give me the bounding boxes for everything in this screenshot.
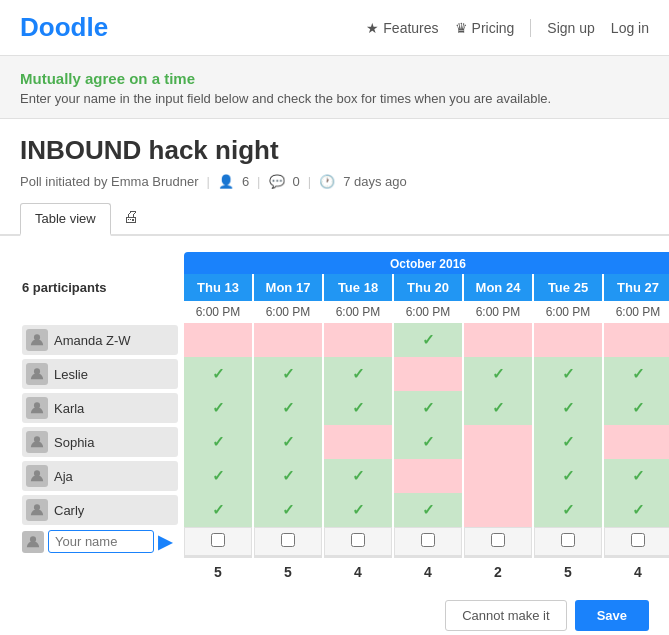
participant-row: Carly ✓✓✓✓✓✓ bbox=[22, 493, 669, 527]
login-nav-item[interactable]: Log in bbox=[611, 20, 649, 36]
your-name-cell: ▶ bbox=[22, 527, 182, 556]
features-nav-item[interactable]: ★ Features bbox=[366, 20, 438, 36]
schedule-cell: ✓ bbox=[324, 459, 392, 493]
schedule-cell bbox=[184, 323, 252, 357]
day-header-thu13: Thu 13 bbox=[184, 274, 252, 301]
time-empty bbox=[22, 301, 182, 323]
meta-sep-2: | bbox=[257, 174, 260, 189]
availability-checkbox[interactable] bbox=[561, 533, 575, 547]
star-icon: ★ bbox=[366, 20, 379, 36]
schedule-cell: ✓ bbox=[254, 493, 322, 527]
availability-checkbox[interactable] bbox=[421, 533, 435, 547]
check-mark: ✓ bbox=[562, 365, 575, 382]
availability-checkbox[interactable] bbox=[281, 533, 295, 547]
day-header-mon24: Mon 24 bbox=[464, 274, 532, 301]
month-header-row: October 2016 bbox=[22, 252, 669, 274]
day-header-row: 6 participants Thu 13 Mon 17 Tue 18 Thu … bbox=[22, 274, 669, 301]
nav: ★ Features ♛ Pricing Sign up Log in bbox=[366, 19, 649, 37]
footer-buttons: Cannot make it Save bbox=[0, 586, 669, 635]
participants-count: 6 bbox=[242, 174, 249, 189]
time-thu20: 6:00 PM bbox=[394, 301, 462, 323]
schedule-cell bbox=[604, 323, 669, 357]
avatar-icon bbox=[26, 329, 48, 351]
schedule-cell: ✓ bbox=[604, 493, 669, 527]
checkbox-cell bbox=[604, 527, 669, 556]
count-label-empty bbox=[22, 556, 182, 586]
hero-tagline: Mutually agree on a time bbox=[20, 70, 649, 87]
pricing-nav-item[interactable]: ♛ Pricing bbox=[455, 20, 515, 36]
day-header-mon17: Mon 17 bbox=[254, 274, 322, 301]
availability-checkbox[interactable] bbox=[211, 533, 225, 547]
avatar-icon bbox=[26, 431, 48, 453]
tab-table-view[interactable]: Table view bbox=[20, 203, 111, 236]
check-mark: ✓ bbox=[212, 399, 225, 416]
check-mark: ✓ bbox=[632, 365, 645, 382]
signup-nav-item[interactable]: Sign up bbox=[547, 20, 594, 36]
time-tue25: 6:00 PM bbox=[534, 301, 602, 323]
check-mark: ✓ bbox=[492, 399, 505, 416]
availability-checkbox[interactable] bbox=[351, 533, 365, 547]
poll-meta: Poll initiated by Emma Brudner | 👤 6 | 💬… bbox=[20, 174, 649, 189]
count-cell: 4 bbox=[604, 556, 669, 586]
comments-icon: 💬 bbox=[269, 174, 285, 189]
schedule-cell bbox=[464, 493, 532, 527]
empty-corner bbox=[22, 252, 182, 274]
availability-checkbox[interactable] bbox=[631, 533, 645, 547]
schedule-cell bbox=[604, 425, 669, 459]
save-button[interactable]: Save bbox=[575, 600, 649, 631]
check-mark: ✓ bbox=[352, 467, 365, 484]
schedule-cell: ✓ bbox=[324, 391, 392, 425]
check-mark: ✓ bbox=[352, 399, 365, 416]
poll-section: INBOUND hack night Poll initiated by Emm… bbox=[0, 119, 669, 189]
comments-count: 0 bbox=[293, 174, 300, 189]
participant-name-cell: Leslie bbox=[22, 357, 182, 391]
check-mark: ✓ bbox=[562, 467, 575, 484]
schedule-cell bbox=[324, 425, 392, 459]
participant-name-cell: Sophia bbox=[22, 425, 182, 459]
check-mark: ✓ bbox=[282, 399, 295, 416]
schedule-cell: ✓ bbox=[604, 357, 669, 391]
schedule-cell: ✓ bbox=[394, 425, 462, 459]
check-mark: ✓ bbox=[282, 467, 295, 484]
crown-icon: ♛ bbox=[455, 20, 468, 36]
check-mark: ✓ bbox=[212, 501, 225, 518]
time-mon24: 6:00 PM bbox=[464, 301, 532, 323]
check-mark: ✓ bbox=[632, 399, 645, 416]
day-header-thu27: Thu 27 bbox=[604, 274, 669, 301]
checkbox-cell bbox=[184, 527, 252, 556]
schedule-cell: ✓ bbox=[604, 459, 669, 493]
schedule-cell bbox=[464, 323, 532, 357]
time-ago: 7 days ago bbox=[343, 174, 407, 189]
participant-row: Karla ✓✓✓✓✓✓✓ bbox=[22, 391, 669, 425]
schedule-cell: ✓ bbox=[394, 493, 462, 527]
schedule-cell: ✓ bbox=[464, 391, 532, 425]
your-name-row: ▶ bbox=[22, 527, 669, 556]
avatar-icon bbox=[22, 531, 44, 553]
schedule-cell: ✓ bbox=[464, 357, 532, 391]
check-mark: ✓ bbox=[282, 501, 295, 518]
cannot-make-it-button[interactable]: Cannot make it bbox=[445, 600, 566, 631]
schedule-cell: ✓ bbox=[324, 357, 392, 391]
schedule-table: October 2016 6 participants Thu 13 Mon 1… bbox=[20, 252, 669, 586]
clock-icon: 🕐 bbox=[319, 174, 335, 189]
participant-name-cell: Karla bbox=[22, 391, 182, 425]
time-thu27: 6:00 PM bbox=[604, 301, 669, 323]
your-name-input[interactable] bbox=[48, 530, 154, 553]
schedule-cell: ✓ bbox=[604, 391, 669, 425]
participant-row: Leslie ✓✓✓✓✓✓ bbox=[22, 357, 669, 391]
tabs-bar: Table view 🖨 bbox=[0, 203, 669, 236]
time-tue18: 6:00 PM bbox=[324, 301, 392, 323]
checkbox-cell bbox=[324, 527, 392, 556]
avatar-icon bbox=[26, 363, 48, 385]
logo[interactable]: Doodle bbox=[20, 12, 108, 43]
schedule-cell: ✓ bbox=[534, 391, 602, 425]
participant-row: Aja ✓✓✓✓✓ bbox=[22, 459, 669, 493]
availability-checkbox[interactable] bbox=[491, 533, 505, 547]
schedule-cell bbox=[324, 323, 392, 357]
check-mark: ✓ bbox=[562, 433, 575, 450]
check-mark: ✓ bbox=[632, 501, 645, 518]
participants-label: 6 participants bbox=[22, 274, 182, 301]
participant-name: Leslie bbox=[54, 367, 88, 382]
schedule-cell: ✓ bbox=[534, 425, 602, 459]
print-icon[interactable]: 🖨 bbox=[123, 208, 139, 230]
